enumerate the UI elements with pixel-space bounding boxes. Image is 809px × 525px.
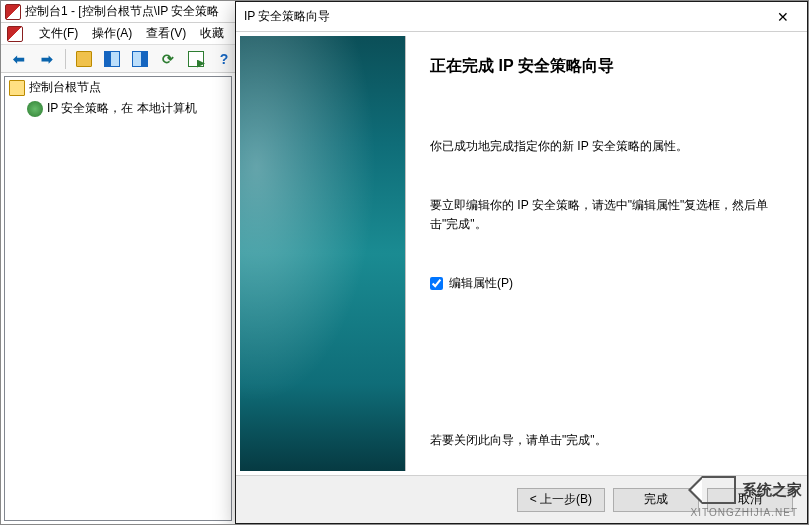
help-button[interactable]: ? <box>212 47 236 71</box>
finish-button[interactable]: 完成 <box>613 488 699 512</box>
wizard-banner-image <box>240 36 406 471</box>
wizard-content: 正在完成 IP 安全策略向导 你已成功地完成指定你的新 IP 安全策略的属性。 … <box>236 32 807 475</box>
folder-up-icon <box>76 51 92 67</box>
wizard-titlebar[interactable]: IP 安全策略向导 ✕ <box>236 2 807 32</box>
tree-pane[interactable]: 控制台根节点 IP 安全策略，在 本地计算机 <box>4 76 232 521</box>
edit-properties-checkbox[interactable]: 编辑属性(P) <box>430 275 779 292</box>
up-level-button[interactable] <box>72 47 96 71</box>
refresh-button[interactable]: ⟳ <box>156 47 180 71</box>
ipsec-icon <box>27 101 43 117</box>
show-detail-button[interactable] <box>128 47 152 71</box>
show-tree-button[interactable] <box>100 47 124 71</box>
nav-back-button[interactable]: ⬅ <box>7 47 31 71</box>
pane-detail-icon <box>132 51 148 67</box>
folder-icon <box>9 80 25 96</box>
wizard-close-hint: 若要关闭此向导，请单击"完成"。 <box>430 432 779 449</box>
close-icon: ✕ <box>777 9 789 25</box>
menu-favorites[interactable]: 收藏 <box>200 25 224 42</box>
app-icon <box>5 4 21 20</box>
tree-ipsec-label: IP 安全策略，在 本地计算机 <box>47 100 197 117</box>
wizard-heading: 正在完成 IP 安全策略向导 <box>430 56 779 77</box>
back-button[interactable]: < 上一步(B) <box>517 488 605 512</box>
close-button[interactable]: ✕ <box>761 3 805 31</box>
tree-ipsec-node[interactable]: IP 安全策略，在 本地计算机 <box>5 98 231 119</box>
cancel-button[interactable]: 取消 <box>707 488 793 512</box>
wizard-footer: < 上一步(B) 完成 取消 <box>236 475 807 523</box>
wizard-main-panel: 正在完成 IP 安全策略向导 你已成功地完成指定你的新 IP 安全策略的属性。 … <box>406 36 803 471</box>
edit-properties-checkbox-input[interactable] <box>430 277 443 290</box>
wizard-edit-hint: 要立即编辑你的 IP 安全策略，请选中"编辑属性"复选框，然后单击"完成"。 <box>430 196 779 234</box>
tree-root-label: 控制台根节点 <box>29 79 101 96</box>
window-title: 控制台1 - [控制台根节点\IP 安全策略 <box>25 3 219 20</box>
separator <box>65 49 66 69</box>
menu-action[interactable]: 操作(A) <box>92 25 132 42</box>
wizard-success-text: 你已成功地完成指定你的新 IP 安全策略的属性。 <box>430 137 779 156</box>
pane-tree-icon <box>104 51 120 67</box>
menu-file[interactable]: 文件(F) <box>39 25 78 42</box>
tree-root-node[interactable]: 控制台根节点 <box>5 77 231 98</box>
ipsec-wizard-dialog: IP 安全策略向导 ✕ 正在完成 IP 安全策略向导 你已成功地完成指定你的新 … <box>235 1 808 524</box>
export-icon <box>188 51 204 67</box>
nav-forward-button[interactable]: ➡ <box>35 47 59 71</box>
app-icon-small <box>7 26 23 42</box>
menu-view[interactable]: 查看(V) <box>146 25 186 42</box>
export-list-button[interactable] <box>184 47 208 71</box>
wizard-title: IP 安全策略向导 <box>244 8 330 25</box>
edit-properties-checkbox-label: 编辑属性(P) <box>449 275 513 292</box>
